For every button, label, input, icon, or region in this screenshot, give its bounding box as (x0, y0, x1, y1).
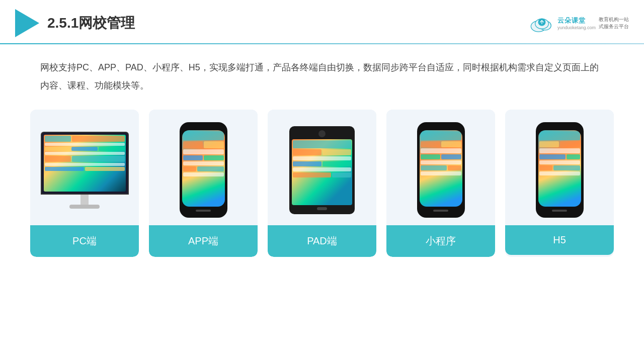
monitor-neck (80, 195, 89, 205)
logo-triangle-icon (15, 9, 39, 37)
card-h5-label: H5 (505, 225, 614, 255)
monitor-screen (44, 135, 126, 192)
card-h5: H5 (505, 110, 614, 257)
brand-slogan: 教育机构一站式服务云平台 (599, 16, 629, 30)
header-right: 云朵课堂 yunduoketang.com 教育机构一站式服务云平台 (529, 15, 629, 32)
brand-text-block: 云朵课堂 yunduoketang.com (557, 16, 596, 30)
card-app-image (149, 110, 258, 225)
card-app: APP端 (149, 110, 258, 257)
tablet-home-btn (317, 207, 327, 210)
cloud-icon (529, 15, 554, 32)
card-miniapp-label: 小程序 (386, 225, 495, 257)
tablet-device (289, 126, 355, 214)
phone-notch (195, 127, 212, 130)
card-pc-label: PC端 (30, 225, 139, 257)
card-app-label: APP端 (149, 225, 258, 257)
card-miniapp: 小程序 (386, 110, 495, 257)
tablet-screen (292, 139, 352, 205)
header-left: 2.5.1网校管理 (15, 9, 135, 37)
card-pad-image (268, 110, 376, 225)
phone-home-bar-h5 (552, 210, 567, 212)
card-pad-label: PAD端 (268, 225, 376, 257)
phone-screen-h5 (538, 130, 581, 207)
phone-device-h5 (536, 122, 584, 218)
phone-notch-h5 (551, 127, 569, 130)
phone-notch-mini (432, 127, 450, 130)
monitor-base (69, 205, 100, 209)
tablet-camera (318, 130, 326, 137)
header: 2.5.1网校管理 云朵课堂 yunduoketang.com 教育机构一站式服… (0, 0, 644, 37)
card-pc-image (30, 110, 139, 225)
brand-name: 云朵课堂 (557, 16, 586, 25)
page-title: 2.5.1网校管理 (47, 14, 135, 33)
phone-home-bar-mini (433, 210, 448, 212)
card-pad: PAD端 (268, 110, 376, 257)
phone-device-miniapp (417, 122, 465, 218)
phone-home-bar (196, 210, 211, 212)
brand-url: yunduoketang.com (557, 25, 596, 30)
card-pc: PC端 (30, 110, 139, 257)
description-content: 网校支持PC、APP、PAD、小程序、H5，实现多端打通，产品各终端自由切换，数… (40, 62, 599, 90)
phone-screen-miniapp (420, 130, 462, 207)
monitor-device (39, 132, 130, 209)
phone-device-app (180, 122, 227, 218)
phone-screen-app (182, 130, 225, 207)
card-h5-image (505, 110, 614, 225)
card-miniapp-image (386, 110, 495, 225)
monitor-screen-border (41, 132, 129, 195)
description-text: 网校支持PC、APP、PAD、小程序、H5，实现多端打通，产品各终端自由切换，数… (0, 44, 644, 100)
cards-container: PC端 APP端 (0, 100, 644, 257)
brand-logo: 云朵课堂 yunduoketang.com 教育机构一站式服务云平台 (529, 15, 629, 32)
